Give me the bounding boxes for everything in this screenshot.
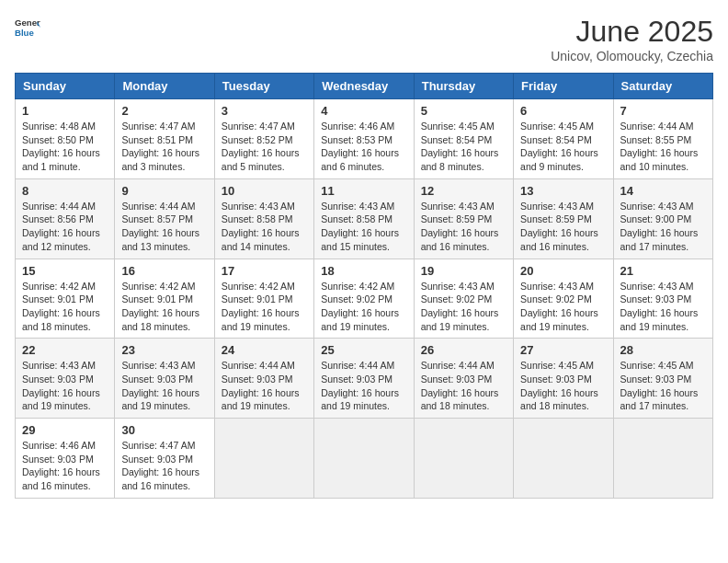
day-info: Sunrise: 4:44 AMSunset: 8:55 PMDaylight:…	[620, 120, 706, 174]
day-cell-14: 14Sunrise: 4:43 AMSunset: 9:00 PMDayligh…	[613, 178, 712, 259]
day-cell-8: 8Sunrise: 4:44 AMSunset: 8:56 PMDaylight…	[16, 178, 115, 259]
day-cell-30: 30Sunrise: 4:47 AMSunset: 9:03 PMDayligh…	[115, 419, 214, 499]
day-info: Sunrise: 4:46 AMSunset: 8:53 PMDaylight:…	[321, 120, 406, 174]
day-number: 10	[222, 184, 307, 198]
day-number: 28	[620, 343, 706, 357]
day-number: 12	[421, 184, 506, 198]
calendar-header-row: SundayMondayTuesdayWednesdayThursdayFrid…	[16, 74, 713, 99]
day-info: Sunrise: 4:44 AMSunset: 9:03 PMDaylight:…	[421, 359, 506, 413]
svg-text:General: General	[15, 17, 40, 28]
location-subtitle: Unicov, Olomoucky, Czechia	[551, 49, 713, 63]
day-number: 1	[22, 104, 108, 118]
svg-text:Blue: Blue	[15, 28, 34, 38]
day-number: 18	[321, 264, 406, 278]
day-number: 30	[121, 423, 207, 437]
calendar-week-1: 1Sunrise: 4:48 AMSunset: 8:50 PMDaylight…	[16, 99, 713, 179]
day-info: Sunrise: 4:43 AMSunset: 9:03 PMDaylight:…	[620, 280, 706, 334]
empty-cell	[414, 419, 513, 499]
month-title: June 2025	[551, 15, 713, 49]
day-number: 2	[121, 104, 207, 118]
calendar-table: SundayMondayTuesdayWednesdayThursdayFrid…	[15, 73, 713, 499]
day-info: Sunrise: 4:43 AMSunset: 9:02 PMDaylight:…	[421, 280, 506, 334]
day-cell-9: 9Sunrise: 4:44 AMSunset: 8:57 PMDaylight…	[115, 178, 214, 259]
day-number: 25	[321, 343, 406, 357]
day-cell-10: 10Sunrise: 4:43 AMSunset: 8:58 PMDayligh…	[214, 178, 313, 259]
day-info: Sunrise: 4:47 AMSunset: 9:03 PMDaylight:…	[121, 439, 207, 493]
day-cell-24: 24Sunrise: 4:44 AMSunset: 9:03 PMDayligh…	[214, 339, 313, 419]
day-info: Sunrise: 4:43 AMSunset: 9:00 PMDaylight:…	[620, 200, 706, 254]
day-info: Sunrise: 4:43 AMSunset: 8:58 PMDaylight:…	[321, 200, 406, 254]
day-number: 19	[421, 264, 506, 278]
calendar-week-2: 8Sunrise: 4:44 AMSunset: 8:56 PMDaylight…	[16, 178, 713, 259]
day-info: Sunrise: 4:44 AMSunset: 9:03 PMDaylight:…	[321, 359, 406, 413]
day-number: 26	[421, 343, 506, 357]
day-header-tuesday: Tuesday	[214, 74, 313, 99]
day-cell-6: 6Sunrise: 4:45 AMSunset: 8:54 PMDaylight…	[514, 99, 613, 179]
day-info: Sunrise: 4:43 AMSunset: 9:02 PMDaylight:…	[520, 280, 606, 334]
day-number: 8	[22, 184, 108, 198]
day-number: 15	[22, 264, 108, 278]
day-cell-16: 16Sunrise: 4:42 AMSunset: 9:01 PMDayligh…	[115, 259, 214, 339]
empty-cell	[514, 419, 613, 499]
day-number: 9	[121, 184, 207, 198]
logo-icon: General Blue	[15, 15, 40, 40]
day-header-monday: Monday	[115, 74, 214, 99]
day-info: Sunrise: 4:45 AMSunset: 8:54 PMDaylight:…	[421, 120, 506, 174]
day-info: Sunrise: 4:45 AMSunset: 9:03 PMDaylight:…	[620, 359, 706, 413]
day-cell-3: 3Sunrise: 4:47 AMSunset: 8:52 PMDaylight…	[214, 99, 313, 179]
day-number: 5	[421, 104, 506, 118]
day-info: Sunrise: 4:45 AMSunset: 8:54 PMDaylight:…	[520, 120, 606, 174]
day-header-wednesday: Wednesday	[314, 74, 414, 99]
day-info: Sunrise: 4:43 AMSunset: 8:59 PMDaylight:…	[520, 200, 606, 254]
day-cell-25: 25Sunrise: 4:44 AMSunset: 9:03 PMDayligh…	[314, 339, 414, 419]
day-header-saturday: Saturday	[613, 74, 712, 99]
day-cell-23: 23Sunrise: 4:43 AMSunset: 9:03 PMDayligh…	[115, 339, 214, 419]
day-cell-7: 7Sunrise: 4:44 AMSunset: 8:55 PMDaylight…	[613, 99, 712, 179]
day-info: Sunrise: 4:48 AMSunset: 8:50 PMDaylight:…	[22, 120, 108, 174]
day-cell-27: 27Sunrise: 4:45 AMSunset: 9:03 PMDayligh…	[514, 339, 613, 419]
day-cell-2: 2Sunrise: 4:47 AMSunset: 8:51 PMDaylight…	[115, 99, 214, 179]
day-cell-1: 1Sunrise: 4:48 AMSunset: 8:50 PMDaylight…	[16, 99, 115, 179]
day-cell-12: 12Sunrise: 4:43 AMSunset: 8:59 PMDayligh…	[414, 178, 513, 259]
day-info: Sunrise: 4:42 AMSunset: 9:01 PMDaylight:…	[121, 280, 207, 334]
day-number: 27	[520, 343, 606, 357]
day-cell-26: 26Sunrise: 4:44 AMSunset: 9:03 PMDayligh…	[414, 339, 513, 419]
day-number: 13	[520, 184, 606, 198]
day-info: Sunrise: 4:44 AMSunset: 9:03 PMDaylight:…	[222, 359, 307, 413]
day-info: Sunrise: 4:47 AMSunset: 8:51 PMDaylight:…	[121, 120, 207, 174]
day-info: Sunrise: 4:43 AMSunset: 9:03 PMDaylight:…	[121, 359, 207, 413]
day-info: Sunrise: 4:42 AMSunset: 9:01 PMDaylight:…	[22, 280, 108, 334]
day-cell-21: 21Sunrise: 4:43 AMSunset: 9:03 PMDayligh…	[613, 259, 712, 339]
day-info: Sunrise: 4:46 AMSunset: 9:03 PMDaylight:…	[22, 439, 108, 493]
day-cell-20: 20Sunrise: 4:43 AMSunset: 9:02 PMDayligh…	[514, 259, 613, 339]
day-cell-17: 17Sunrise: 4:42 AMSunset: 9:01 PMDayligh…	[214, 259, 313, 339]
day-cell-11: 11Sunrise: 4:43 AMSunset: 8:58 PMDayligh…	[314, 178, 414, 259]
day-number: 24	[222, 343, 307, 357]
calendar-week-4: 22Sunrise: 4:43 AMSunset: 9:03 PMDayligh…	[16, 339, 713, 419]
day-cell-13: 13Sunrise: 4:43 AMSunset: 8:59 PMDayligh…	[514, 178, 613, 259]
day-number: 3	[222, 104, 307, 118]
day-cell-18: 18Sunrise: 4:42 AMSunset: 9:02 PMDayligh…	[314, 259, 414, 339]
empty-cell	[613, 419, 712, 499]
day-number: 23	[121, 343, 207, 357]
day-info: Sunrise: 4:43 AMSunset: 8:58 PMDaylight:…	[222, 200, 307, 254]
empty-cell	[314, 419, 414, 499]
day-number: 20	[520, 264, 606, 278]
day-number: 4	[321, 104, 406, 118]
day-cell-29: 29Sunrise: 4:46 AMSunset: 9:03 PMDayligh…	[16, 419, 115, 499]
day-number: 6	[520, 104, 606, 118]
day-info: Sunrise: 4:44 AMSunset: 8:57 PMDaylight:…	[121, 200, 207, 254]
day-header-friday: Friday	[514, 74, 613, 99]
day-number: 14	[620, 184, 706, 198]
day-cell-4: 4Sunrise: 4:46 AMSunset: 8:53 PMDaylight…	[314, 99, 414, 179]
day-info: Sunrise: 4:47 AMSunset: 8:52 PMDaylight:…	[222, 120, 307, 174]
day-info: Sunrise: 4:44 AMSunset: 8:56 PMDaylight:…	[22, 200, 108, 254]
day-cell-5: 5Sunrise: 4:45 AMSunset: 8:54 PMDaylight…	[414, 99, 513, 179]
day-header-thursday: Thursday	[414, 74, 513, 99]
day-cell-28: 28Sunrise: 4:45 AMSunset: 9:03 PMDayligh…	[613, 339, 712, 419]
day-info: Sunrise: 4:43 AMSunset: 9:03 PMDaylight:…	[22, 359, 108, 413]
day-number: 7	[620, 104, 706, 118]
empty-cell	[214, 419, 313, 499]
day-number: 29	[22, 423, 108, 437]
day-cell-22: 22Sunrise: 4:43 AMSunset: 9:03 PMDayligh…	[16, 339, 115, 419]
